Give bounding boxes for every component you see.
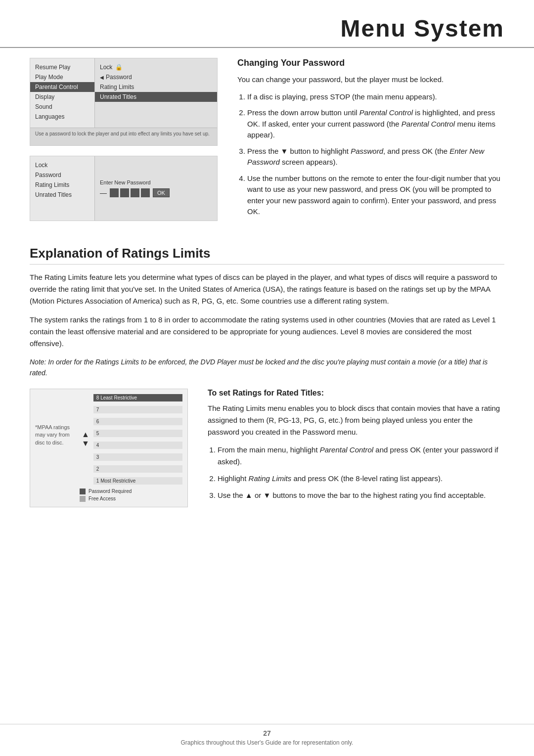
menu2-item-ratinglimits: Rating Limits (30, 180, 94, 190)
chart-note: *MPAA ratings may vary from disc to disc… (35, 394, 75, 502)
password-dash: — (100, 189, 107, 197)
menu-right-unratedtitles: Unrated Titles (95, 92, 217, 102)
chart-legend: Password Required Free Access (80, 489, 182, 502)
ratings-section: Explanation of Ratings Limits The Rating… (30, 246, 504, 507)
menu2-item-password: Password (30, 170, 94, 180)
legend-color-light (80, 496, 86, 502)
bar-7: 7 (93, 406, 182, 413)
ratings-para2: The system ranks the ratings from 1 to 8… (30, 314, 504, 350)
menu-item-display: Display (30, 92, 94, 102)
italic-parental-control-1: Parental Control (359, 108, 413, 117)
bar-6: 6 (93, 418, 182, 425)
bar-2: 2 (93, 465, 182, 473)
menu2-item-lock: Lock (30, 160, 94, 170)
menu-right-password: ◀ Password (95, 72, 217, 82)
rated-titles-section: To set Ratings for Rated Titles: The Rat… (208, 389, 504, 507)
menu-item-resume: Resume Play (30, 62, 94, 72)
italic-rating-limits: Rating Limits (249, 474, 292, 483)
rated-titles-intro: The Rating Limits menu enables you to bl… (208, 402, 504, 438)
italic-password: Password (351, 147, 383, 155)
password-step-3: Press the ▼ button to highlight Password… (247, 146, 504, 168)
arrow-indicator: ▲ ▼ (80, 394, 91, 485)
bar-4: 4 (93, 442, 182, 449)
chart-content: ▲ ▼ 8 Least Restrictive 7 6 5 4 3 (80, 394, 182, 502)
ratings-para1: The Rating Limits feature lets you deter… (30, 271, 504, 307)
italic-parental-control-2: Parental Control (401, 120, 455, 128)
bar-8: 8 Least Restrictive (93, 394, 182, 401)
legend-free-label: Free Access (89, 496, 116, 501)
menu-screenshot-1: Resume Play Play Mode Parental Control D… (30, 58, 218, 146)
rating-chart-box: *MPAA ratings may vary from disc to disc… (30, 389, 188, 507)
rated-step-2: Highlight Rating Limits and press OK (th… (218, 473, 504, 485)
bar-5: 5 (93, 430, 182, 437)
password-block-4 (141, 188, 150, 197)
bar-1: 1 Most Restrictive (93, 477, 182, 485)
left-column: Resume Play Play Mode Parental Control D… (30, 58, 218, 231)
password-step-4: Use the number buttons on the remote to … (247, 173, 504, 218)
changing-password-intro: You can change your password, but the pl… (237, 74, 504, 86)
page-footer: 27 Graphics throughout this User's Guide… (0, 724, 534, 746)
page-header: Menu System (0, 0, 534, 48)
password-step-2: Press the down arrow button until Parent… (247, 107, 504, 141)
password-block-3 (131, 188, 139, 197)
rated-step-1: From the main menu, highlight Parental C… (218, 444, 504, 468)
password-block-1 (110, 188, 119, 197)
page-number: 27 (0, 729, 534, 737)
right-column: Changing Your Password You can change yo… (237, 58, 504, 231)
italic-parental-control-rated: Parental Control (320, 445, 373, 454)
top-section: Resume Play Play Mode Parental Control D… (30, 58, 504, 231)
menu-item-playmode: Play Mode (30, 72, 94, 82)
changing-password-steps: If a disc is playing, press STOP (the ma… (237, 91, 504, 218)
password-entry-panel: Enter New Password — OK (94, 156, 217, 221)
ok-button[interactable]: OK (153, 188, 170, 197)
bar-3: 3 (93, 453, 182, 461)
rated-titles-heading: To set Ratings for Rated Titles: (208, 389, 504, 398)
ratings-note: Note: In order for the Ratings Limits to… (30, 356, 504, 379)
legend-password-required: Password Required (80, 489, 182, 494)
ratings-heading: Explanation of Ratings Limits (30, 246, 504, 265)
page-title: Menu System (30, 15, 504, 42)
menu-right-lock: Lock 🔒 (95, 62, 217, 72)
menu-right-panel-1: Lock 🔒 ◀ Password Rating Limits Unrated … (94, 58, 217, 128)
password-step-1: If a disc is playing, press STOP (the ma… (247, 91, 504, 103)
password-block-2 (120, 188, 129, 197)
rated-titles-steps: From the main menu, highlight Parental C… (208, 444, 504, 501)
menu-left-panel-1: Resume Play Play Mode Parental Control D… (30, 58, 94, 128)
password-entry-row: — OK (100, 188, 212, 197)
password-blocks (110, 188, 150, 197)
menu-item-sound: Sound (30, 102, 94, 112)
menu2-item-unrated: Unrated Titles (30, 190, 94, 200)
legend-color-dark (80, 489, 86, 494)
footer-note: Graphics throughout this User's Guide ar… (181, 739, 354, 746)
menu-right-ratinglimits: Rating Limits (95, 82, 217, 92)
chart-main: ▲ ▼ 8 Least Restrictive 7 6 5 4 3 (80, 394, 182, 485)
menu-item-parental: Parental Control (30, 82, 94, 92)
chart-bars: 8 Least Restrictive 7 6 5 4 3 2 1 Most R… (93, 394, 182, 485)
legend-free-access: Free Access (80, 496, 182, 502)
menu-footer-1: Use a password to lock the player and pu… (30, 128, 217, 145)
changing-password-heading: Changing Your Password (237, 58, 504, 68)
menu-item-languages: Languages (30, 112, 94, 122)
password-entry-label: Enter New Password (100, 179, 212, 185)
menu-screenshot-2: Lock Password Rating Limits Unrated Titl… (30, 156, 218, 221)
legend-password-label: Password Required (89, 489, 132, 494)
menu-left-panel-2: Lock Password Rating Limits Unrated Titl… (30, 156, 94, 221)
rated-step-3: Use the ▲ or ▼ buttons to move the bar t… (218, 489, 504, 501)
bottom-section: *MPAA ratings may vary from disc to disc… (30, 389, 504, 507)
